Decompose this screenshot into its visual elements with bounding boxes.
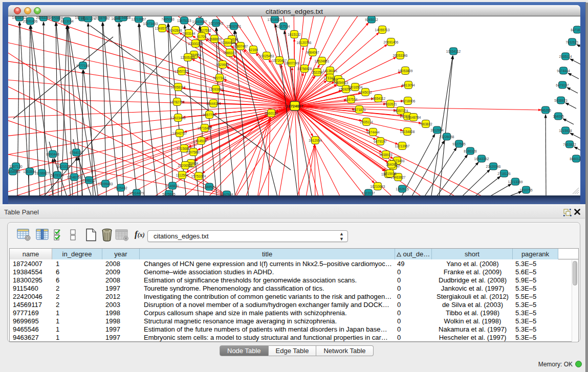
- svg-text:3267130: 3267130: [9, 165, 23, 168]
- svg-text:9777169: 9777169: [76, 64, 90, 68]
- svg-text:7632621: 7632621: [384, 102, 397, 106]
- svg-text:23226058: 23226058: [440, 135, 454, 139]
- svg-text:5938923: 5938923: [379, 153, 393, 157]
- svg-text:12505135: 12505135: [181, 56, 195, 59]
- svg-text:12444154: 12444154: [206, 102, 221, 105]
- svg-text:10973493: 10973493: [143, 22, 158, 26]
- svg-text:10025453: 10025453: [259, 54, 274, 58]
- svg-text:3912954: 3912954: [430, 128, 444, 132]
- svg-text:7625402: 7625402: [114, 186, 127, 190]
- svg-text:10046766: 10046766: [67, 176, 82, 179]
- svg-text:20206536: 20206536: [178, 164, 193, 167]
- svg-text:20691406: 20691406: [384, 40, 399, 44]
- svg-text:2935114: 2935114: [559, 55, 572, 58]
- svg-text:8813054: 8813054: [402, 83, 415, 87]
- svg-text:14136141: 14136141: [323, 69, 338, 73]
- svg-text:16053809: 16053809: [398, 69, 413, 73]
- svg-text:12923446: 12923446: [171, 116, 186, 120]
- svg-text:10654112: 10654112: [446, 50, 461, 53]
- svg-text:19463627: 19463627: [192, 20, 207, 24]
- svg-text:12213967: 12213967: [395, 144, 410, 148]
- svg-text:14055713: 14055713: [375, 28, 390, 32]
- svg-text:1362615: 1362615: [396, 187, 409, 191]
- svg-text:3215938: 3215938: [383, 172, 397, 176]
- svg-text:9084067: 9084067: [306, 51, 319, 54]
- svg-text:9227342: 9227342: [213, 76, 226, 80]
- svg-text:10756928: 10756928: [297, 67, 312, 71]
- svg-text:1615132: 1615132: [288, 33, 301, 36]
- svg-text:23420046: 23420046: [486, 165, 501, 168]
- svg-text:1112504: 1112504: [176, 173, 189, 177]
- svg-text:8990448: 8990448: [46, 152, 59, 156]
- svg-text:2935114: 2935114: [360, 120, 373, 124]
- svg-text:18357274: 18357274: [81, 17, 96, 20]
- svg-text:19166827: 19166827: [35, 171, 50, 175]
- svg-text:1010755: 1010755: [519, 188, 533, 192]
- svg-text:18357274: 18357274: [394, 109, 408, 113]
- svg-text:16914479: 16914479: [129, 191, 144, 195]
- svg-text:6479197: 6479197: [374, 140, 387, 143]
- svg-text:14099483: 14099483: [98, 182, 113, 186]
- svg-text:10958117: 10958117: [171, 85, 186, 89]
- svg-text:17016504: 17016504: [268, 18, 282, 21]
- svg-text:41700: 41700: [197, 35, 206, 38]
- svg-text:12942737: 12942737: [172, 132, 187, 135]
- svg-text:7986322: 7986322: [223, 51, 236, 55]
- svg-text:10807487: 10807487: [233, 45, 248, 48]
- svg-text:9245012: 9245012: [359, 91, 372, 94]
- svg-text:1167534: 1167534: [345, 98, 358, 101]
- svg-text:16648784: 16648784: [406, 116, 421, 119]
- svg-text:1167534: 1167534: [277, 25, 290, 28]
- svg-text:1498222: 1498222: [82, 179, 96, 182]
- svg-text:7663822: 7663822: [563, 143, 576, 146]
- svg-text:19654923: 19654923: [334, 81, 349, 84]
- svg-text:7485063: 7485063: [161, 17, 175, 21]
- svg-text:164095: 164095: [386, 163, 397, 166]
- svg-text:26053346: 26053346: [393, 54, 408, 57]
- svg-text:10654112: 10654112: [371, 97, 386, 100]
- svg-text:16782759: 16782759: [170, 100, 185, 104]
- svg-text:12213369: 12213369: [508, 180, 523, 184]
- svg-text:114519: 114519: [195, 139, 207, 143]
- svg-text:5938923: 5938923: [554, 99, 568, 102]
- svg-text:8813054: 8813054: [60, 19, 74, 23]
- svg-text:6497568: 6497568: [220, 193, 233, 196]
- svg-text:1621022: 1621022: [57, 165, 71, 168]
- svg-text:10688609: 10688609: [207, 37, 222, 41]
- svg-text:9327505: 9327505: [452, 142, 466, 146]
- svg-text:15692921: 15692921: [227, 25, 242, 28]
- svg-text:9657791: 9657791: [203, 113, 216, 117]
- svg-text:16543362: 16543362: [474, 157, 489, 161]
- svg-text:8660124: 8660124: [265, 112, 278, 115]
- svg-text:9474444: 9474444: [557, 69, 570, 73]
- svg-text:5578334: 5578334: [51, 173, 64, 177]
- svg-text:18807249: 18807249: [285, 61, 299, 65]
- svg-text:62160: 62160: [249, 48, 258, 52]
- svg-text:19218906: 19218906: [401, 99, 416, 103]
- svg-text:9245012: 9245012: [365, 18, 378, 21]
- svg-text:10975887: 10975887: [186, 150, 201, 154]
- svg-text:20691406: 20691406: [23, 19, 38, 23]
- svg-text:6322037: 6322037: [362, 191, 375, 195]
- svg-text:18724007: 18724007: [286, 104, 303, 108]
- svg-text:16210643: 16210643: [209, 21, 224, 25]
- svg-text:9329986: 9329986: [216, 63, 229, 67]
- svg-text:9474444: 9474444: [366, 130, 380, 134]
- svg-text:3215938: 3215938: [559, 129, 572, 133]
- svg-text:16154808: 16154808: [116, 16, 131, 19]
- svg-text:13495753: 13495753: [155, 27, 170, 30]
- svg-text:8471876: 8471876: [353, 108, 366, 112]
- svg-text:17957225: 17957225: [175, 70, 189, 73]
- svg-text:7663822: 7663822: [419, 122, 432, 126]
- svg-text:8427552: 8427552: [198, 29, 211, 32]
- svg-text:17016504: 17016504: [348, 85, 363, 89]
- svg-text:16154808: 16154808: [400, 130, 415, 134]
- svg-text:8471876: 8471876: [571, 28, 580, 32]
- svg-text:15716485: 15716485: [198, 126, 212, 130]
- svg-text:16210643: 16210643: [371, 185, 385, 188]
- svg-text:20364436: 20364436: [221, 41, 235, 45]
- svg-text:15751074: 15751074: [191, 174, 206, 178]
- svg-text:9242848: 9242848: [169, 29, 182, 32]
- svg-text:13524851: 13524851: [315, 59, 330, 63]
- svg-text:20387682: 20387682: [95, 16, 110, 20]
